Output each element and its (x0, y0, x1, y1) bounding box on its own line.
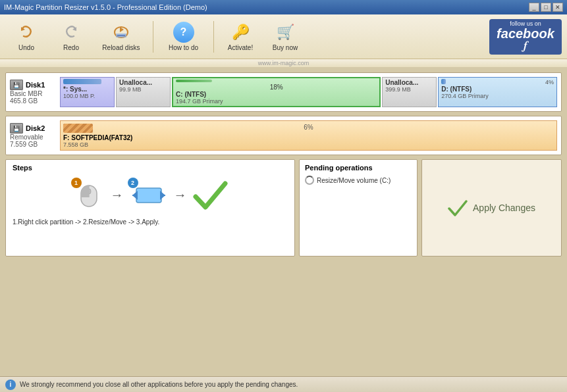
disk2-vol-label: F: SOFTPEDIA(FAT32) (63, 134, 554, 141)
redo-label: Redo (63, 44, 79, 51)
pending-item-text: Resize/Move volume (C:) (317, 177, 391, 184)
cart-icon: 🛒 (275, 22, 296, 43)
undo-icon (16, 22, 37, 43)
arrow2-icon: → (174, 187, 187, 203)
unalloc2-label: Unalloca... (385, 79, 433, 86)
partition-unalloc-1[interactable]: Unalloca... 99.9 MB (116, 77, 171, 107)
unalloc1-label: Unalloca... (119, 79, 167, 86)
disk2-size: 7.559 GB (10, 141, 38, 148)
reload-icon (111, 22, 132, 43)
step2-icon: 2 (129, 179, 169, 212)
maximize-button[interactable]: □ (541, 3, 551, 12)
disk2-panel: 💾 Disk2 Removable 7.559 GB 6% F: SOFTPED… (5, 116, 562, 155)
disk1-name: 💾 Disk1 (10, 80, 45, 90)
watermark: www.im-magic.com (0, 59, 567, 67)
disk1-panel: 💾 Disk1 Basic MBR 465.8 GB *: Sys... 100… (5, 72, 562, 112)
partition-unalloc-2[interactable]: Unalloca... 399.9 MB (382, 77, 437, 107)
apply-label: Apply Changes (473, 203, 535, 213)
step1-icon: 1 (72, 179, 105, 212)
partition-d[interactable]: 4% D: (NTFS) 270.4 GB Primary (438, 77, 557, 107)
step3-icon (192, 177, 229, 213)
minimize-button[interactable]: _ (529, 3, 539, 12)
activate-button[interactable]: 🔑 Activate! (219, 18, 261, 56)
pending-panel: Pending operations Resize/Move volume (C… (299, 159, 418, 257)
toolbar-separator-2 (213, 21, 214, 53)
title-bar: IM-Magic Partition Resizer v1.5.0 - Prof… (0, 0, 567, 14)
d-label: D: (NTFS) (441, 86, 554, 93)
disk2-type: Removable (10, 134, 43, 141)
steps-panel: Steps 1 (5, 159, 295, 257)
disk2-part-size: 7.558 GB (63, 141, 554, 148)
activate-label: Activate! (228, 44, 253, 51)
redo-button[interactable]: Redo (50, 18, 92, 56)
facebook-banner[interactable]: follow us on facebook 𝒇 (489, 19, 562, 55)
howto-label: How to do (169, 44, 198, 51)
apply-checkmark-icon (448, 198, 468, 218)
sys-label: *: Sys... (63, 86, 111, 93)
redo-icon (61, 22, 82, 43)
apply-btn-inner: Apply Changes (448, 198, 535, 218)
undo-button[interactable]: Undo (5, 18, 47, 56)
content-area: 💾 Disk1 Basic MBR 465.8 GB *: Sys... 100… (0, 67, 567, 376)
watermark-text: www.im-magic.com (258, 60, 310, 66)
reload-label: Reload disks (102, 44, 140, 51)
toolbar-separator-1 (153, 21, 153, 53)
steps-title: Steps (13, 164, 288, 172)
key-icon: 🔑 (230, 22, 251, 43)
steps-icons: 1 → 2 (13, 177, 288, 213)
partition-sys[interactable]: *: Sys... 100.0 MB P. (60, 77, 115, 107)
steps-text: 1.Right click partition -> 2.Resize/Move… (13, 218, 288, 226)
step1-num: 1 (71, 178, 82, 188)
status-message: We strongly recommend you close all othe… (20, 381, 298, 388)
c-percent: 18% (176, 84, 377, 91)
disk2-percent: 6% (304, 124, 313, 131)
unalloc2-size: 399.9 MB (385, 86, 433, 93)
step2-num: 2 (128, 178, 138, 188)
buynow-label: Buy now (273, 44, 298, 51)
facebook-name: facebook (497, 27, 554, 40)
toolbar: Undo Redo Reload disks (0, 14, 567, 59)
disk1-partitions: *: Sys... 100.0 MB P. Unalloca... 99.9 M… (60, 77, 557, 107)
d-percent: 4% (545, 79, 554, 86)
howto-button[interactable]: ? How to do (159, 18, 208, 56)
disk2-bar (63, 124, 93, 133)
status-bar: i We strongly recommend you close all ot… (0, 376, 567, 392)
disk1-label: 💾 Disk1 Basic MBR 465.8 GB (10, 80, 56, 105)
bottom-section: Steps 1 (5, 159, 562, 257)
window-title: IM-Magic Partition Resizer v1.5.0 - Prof… (4, 3, 207, 11)
disk2-name: 💾 Disk2 (10, 123, 45, 134)
disk1-size: 465.8 GB (10, 97, 38, 105)
partition-c[interactable]: 18% C: (NTFS) 194.7 GB Primary (172, 77, 381, 107)
svg-rect-5 (117, 35, 125, 36)
pending-item: Resize/Move volume (C:) (305, 176, 412, 185)
undo-label: Undo (18, 44, 34, 51)
disk1-icon: 💾 (10, 80, 23, 90)
help-icon: ? (173, 22, 194, 43)
reload-button[interactable]: Reload disks (95, 18, 148, 56)
apply-panel: Apply Changes (421, 159, 562, 257)
disk1-type: Basic MBR (10, 90, 42, 97)
disk2-label: 💾 Disk2 Removable 7.559 GB (10, 123, 56, 148)
pending-title: Pending operations (305, 164, 412, 172)
disk2-partition[interactable]: 6% F: SOFTPEDIA(FAT32) 7.558 GB (60, 120, 557, 151)
arrow1-icon: → (111, 187, 124, 203)
apply-changes-button[interactable]: Apply Changes (435, 191, 549, 224)
sys-size: 100.0 MB P. (63, 93, 111, 99)
buynow-button[interactable]: 🛒 Buy now (264, 18, 306, 56)
window-controls: _ □ ✕ (529, 3, 563, 12)
svg-rect-9 (136, 188, 161, 203)
unalloc1-size: 99.9 MB (119, 86, 167, 93)
close-button[interactable]: ✕ (553, 3, 563, 12)
disk2-icon: 💾 (10, 123, 23, 134)
c-label: C: (NTFS) (176, 91, 377, 98)
c-size: 194.7 GB Primary (176, 98, 377, 105)
info-icon: i (5, 380, 16, 390)
d-size: 270.4 GB Primary (441, 93, 554, 99)
spinner-icon (305, 176, 314, 185)
